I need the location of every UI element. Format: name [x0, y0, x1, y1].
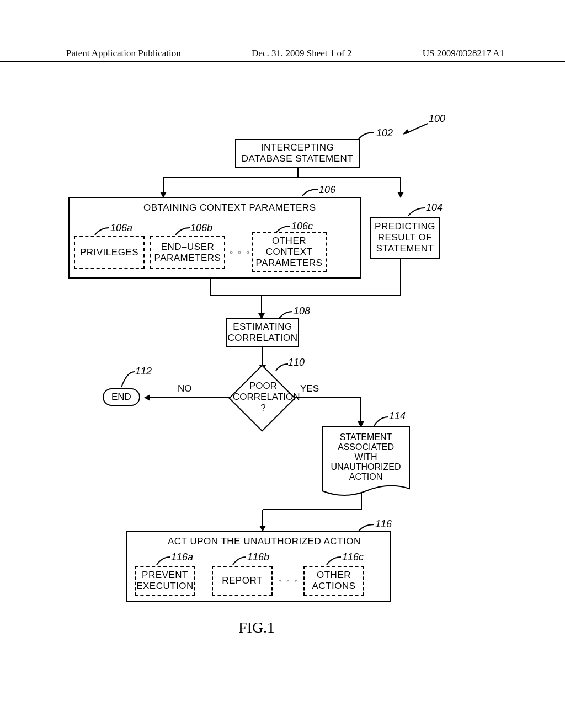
- b114-l5: ACTION: [324, 472, 407, 482]
- b108-l1: ESTIMATING: [233, 322, 292, 333]
- svg-marker-7: [397, 192, 404, 198]
- ref-116: 116: [375, 518, 392, 530]
- ref-106: 106: [319, 184, 335, 196]
- block-104: PREDICTING RESULT OF STATEMENT: [370, 217, 440, 259]
- dots-116: ○ ○ ○: [278, 578, 300, 584]
- b116a-l1: PREVENT: [142, 570, 188, 581]
- page-header: Patent Application Publication Dec. 31, …: [0, 48, 565, 62]
- d110-l3: ?: [233, 403, 294, 414]
- b116b-text: REPORT: [222, 575, 263, 586]
- header-center: Dec. 31, 2009 Sheet 1 of 2: [252, 48, 351, 59]
- b102-line1: INTERCEPTING: [261, 142, 334, 153]
- b106-title: OBTAINING CONTEXT PARAMETERS: [143, 202, 316, 213]
- d110-l1: POOR: [233, 381, 294, 392]
- b108-l2: CORRELATION: [227, 333, 297, 344]
- b114-l1: STATEMENT: [324, 432, 407, 442]
- leader-108: [279, 312, 292, 319]
- ref-106c: 106c: [291, 221, 313, 232]
- b106c-l1: OTHER: [272, 235, 306, 247]
- block-108: ESTIMATING CORRELATION: [226, 318, 299, 347]
- b114-l2: ASSOCIATED: [324, 442, 407, 452]
- d110-l2: CORRELATION: [233, 392, 294, 403]
- b104-l1: PREDICTING: [375, 221, 435, 232]
- b104-l2: RESULT OF: [378, 232, 432, 243]
- leader-116b: [233, 557, 246, 566]
- leader-112: [121, 372, 135, 388]
- ref-116c: 116c: [342, 552, 364, 563]
- b106c-l2: CONTEXT: [266, 247, 313, 258]
- leader-116: [359, 524, 374, 532]
- arrow-102-split: [163, 168, 401, 198]
- b106a-text: PRIVILEGES: [80, 247, 138, 258]
- header-right: US 2009/0328217 A1: [423, 48, 504, 59]
- leader-106a: [95, 228, 109, 236]
- svg-marker-16: [144, 394, 150, 401]
- b106b-l1: END–USER: [161, 242, 215, 253]
- block-116a: PREVENT EXECUTION: [135, 566, 195, 596]
- ref-100: 100: [429, 113, 445, 125]
- ref-106a: 106a: [110, 222, 132, 234]
- leader-116a: [157, 557, 170, 566]
- ref-102: 102: [376, 127, 393, 139]
- ref-114: 114: [389, 410, 406, 422]
- figure-label: FIG.1: [238, 619, 275, 636]
- leader-110: [276, 364, 288, 372]
- b116c-l1: OTHER: [317, 570, 351, 581]
- leader-116c: [327, 557, 341, 566]
- edge-no: NO: [178, 383, 192, 394]
- ref-104: 104: [426, 202, 443, 213]
- block-102: INTERCEPTING DATABASE STATEMENT: [235, 139, 360, 168]
- b114-l4: UNAUTHORIZED: [324, 462, 407, 472]
- end-text: END: [111, 392, 131, 403]
- arrow-114-116: [259, 493, 364, 532]
- b102-line2: DATABASE STATEMENT: [242, 153, 353, 164]
- edge-yes: YES: [300, 383, 319, 394]
- ref-108: 108: [294, 306, 310, 317]
- leader-106: [302, 189, 318, 197]
- block-116b: REPORT: [212, 566, 273, 596]
- ref-116a: 116a: [171, 552, 193, 563]
- header-left: Patent Application Publication: [66, 48, 181, 59]
- b116-title: ACT UPON THE UNAUTHORIZED ACTION: [168, 536, 361, 547]
- ref-106b: 106b: [190, 222, 212, 234]
- arrow-no: [144, 394, 230, 401]
- ref-112: 112: [135, 366, 152, 377]
- block-106a: PRIVILEGES: [74, 236, 145, 269]
- ref-110: 110: [288, 357, 305, 368]
- leader-106c: [276, 226, 290, 234]
- leader-106b: [175, 228, 190, 236]
- svg-marker-1: [403, 129, 409, 135]
- leader-102: [359, 132, 374, 140]
- b116c-l2: ACTIONS: [312, 581, 355, 592]
- leader-104: [408, 208, 425, 217]
- flowchart-diagram: 100 INTERCEPTING DATABASE STATEMENT 102 …: [72, 83, 486, 667]
- leader-114: [374, 417, 388, 427]
- b114-l3: WITH: [324, 452, 407, 462]
- block-116c: OTHER ACTIONS: [303, 566, 364, 596]
- dots-106: ○ ○ ○: [230, 249, 251, 255]
- arrow-yes: [295, 394, 366, 427]
- ref-116b: 116b: [247, 552, 269, 563]
- diamond-text: POOR CORRELATION ?: [233, 381, 294, 414]
- b104-l3: STATEMENT: [376, 243, 434, 254]
- terminator-end: END: [103, 388, 140, 406]
- b114-content: STATEMENT ASSOCIATED WITH UNAUTHORIZED A…: [324, 432, 407, 482]
- leader-100: [403, 118, 428, 135]
- b116a-l2: EXECUTION: [136, 581, 194, 592]
